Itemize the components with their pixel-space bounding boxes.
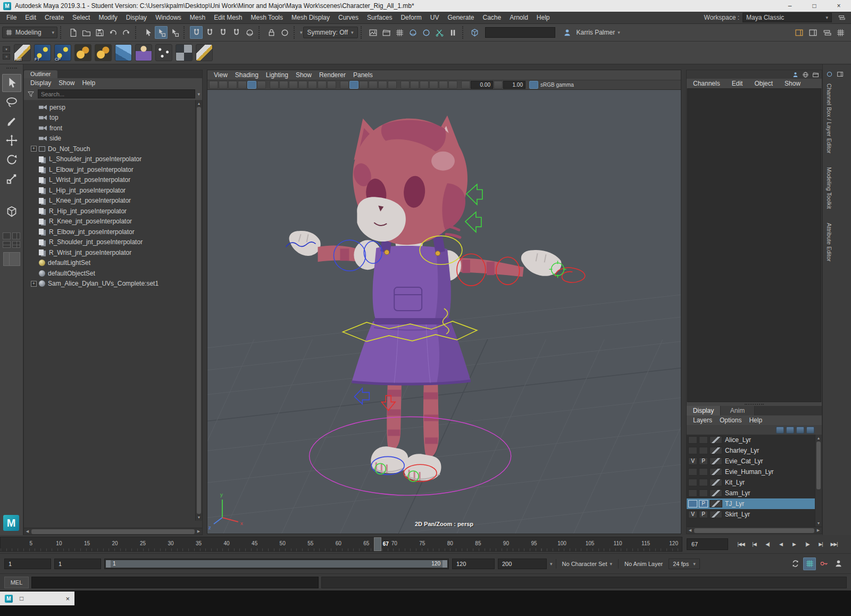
color-management-toggle-icon[interactable] (529, 81, 538, 89)
workspace-options-icon[interactable] (835, 11, 848, 24)
open-scene-button[interactable] (80, 26, 93, 39)
layer-visibility-toggle[interactable] (688, 479, 697, 486)
layer-playback-toggle[interactable]: P (699, 511, 708, 518)
shelf-item[interactable] (154, 43, 173, 62)
time-slider-strip[interactable]: 5101520253035404550556065707580859095100… (0, 537, 682, 552)
viewport-toolbar-icon[interactable] (228, 81, 237, 89)
outliner-row[interactable]: L_Knee_jnt_poseInterpolator (24, 196, 195, 206)
layer-color-swatch[interactable] (710, 479, 722, 486)
tab-display[interactable]: Display (687, 406, 721, 415)
symmetry-selector[interactable]: Symmetry: Off ▾ (303, 27, 358, 38)
outliner-row[interactable]: R_Shoulder_jnt_poseInterpolator (24, 237, 195, 248)
viewport-toolbar-icon[interactable] (318, 81, 327, 89)
channel-box-empty-area[interactable] (687, 88, 821, 402)
layer-visibility-toggle[interactable] (688, 447, 697, 454)
layer-row[interactable]: V P Evie_Cat_Lyr (687, 456, 815, 467)
menu-item[interactable]: Edit (21, 12, 40, 23)
outliner-menu-item[interactable]: Display (27, 78, 55, 88)
render-settings-icon[interactable] (407, 26, 420, 39)
gamma-icon[interactable] (494, 81, 503, 89)
outliner-row[interactable]: L_Wrist_jnt_poseInterpolator (24, 175, 195, 186)
select-tool[interactable] (2, 74, 21, 92)
playback-button[interactable]: |◀ (748, 538, 761, 551)
gamma-field[interactable]: 1.00 (503, 81, 525, 89)
character-head[interactable] (351, 115, 468, 245)
layer-horizontal-scrollbar[interactable]: ◀ ▶ (687, 527, 822, 534)
chevron-down-icon[interactable]: ▾ (550, 561, 553, 567)
make-live-icon[interactable] (243, 26, 256, 39)
viewport-toolbar-icon[interactable] (369, 81, 378, 89)
viewport-toolbar-icon[interactable] (247, 81, 256, 89)
sidebar-icon-panel[interactable] (836, 70, 844, 78)
paint-select-tool[interactable] (2, 112, 21, 130)
playback-button[interactable]: |▶ (801, 538, 814, 551)
undo-button[interactable] (106, 26, 119, 39)
menu-item[interactable]: Select (68, 12, 94, 23)
outliner-row[interactable]: top (24, 113, 195, 123)
side-tab[interactable]: Modeling Toolkit (826, 167, 832, 209)
scrollbar-thumb[interactable] (197, 107, 201, 514)
sidebar-icon-top[interactable] (825, 70, 833, 78)
filter-icon[interactable] (26, 89, 36, 98)
playback-range-slider[interactable]: 1 120 (104, 559, 449, 569)
viewport-menu-item[interactable]: Shading (231, 70, 262, 80)
viewport-toolbar-icon[interactable] (209, 81, 218, 89)
shelf-item[interactable] (94, 43, 113, 62)
render-sequence-icon[interactable] (433, 26, 446, 39)
background-window-titlebar[interactable]: M □ × (0, 592, 74, 605)
animation-end-field[interactable]: 200 (498, 559, 547, 569)
globe-icon[interactable] (802, 71, 810, 79)
panel-splitter[interactable] (687, 402, 822, 406)
shelf-item[interactable] (73, 43, 93, 62)
layer-row[interactable]: Charley_Lyr (687, 445, 815, 456)
workspace-selector[interactable]: Maya Classic ▾ (742, 13, 832, 22)
outliner-row[interactable]: L_Elbow_jnt_poseInterpolator (24, 164, 195, 175)
viewport-canvas[interactable]: y x z 2D Pan/Zoom : persp (207, 90, 681, 534)
outliner-menu-item[interactable]: Show (55, 78, 78, 88)
expander[interactable]: + (31, 281, 37, 287)
outliner-row[interactable]: L_Shoulder_jnt_poseInterpolator (24, 154, 195, 165)
toolbar-separator[interactable] (183, 26, 187, 39)
scale-tool[interactable] (2, 170, 21, 188)
channel-box-menu-item[interactable]: Show (781, 79, 804, 88)
shelf-item[interactable]: FT (33, 43, 52, 62)
playback-button[interactable]: ▶▶| (828, 538, 840, 551)
window-title-bar[interactable]: M Autodesk Maya 2019.3.1 - Student Versi… (0, 0, 851, 12)
snap-to-point-icon[interactable] (216, 26, 229, 39)
layer-playback-toggle[interactable] (699, 479, 708, 486)
viewport-toolbar-icon[interactable] (439, 81, 448, 89)
outliner-menu-item[interactable]: Help (78, 78, 99, 88)
viewport-toolbar-icon[interactable] (238, 81, 247, 89)
current-frame-field[interactable]: 67 (687, 538, 728, 550)
bookmark-range-icon[interactable] (803, 557, 816, 570)
viewport-toolbar-icon[interactable] (219, 81, 228, 89)
outliner-row[interactable]: defaultLightSet (24, 258, 195, 269)
render-current-frame-icon[interactable] (380, 26, 393, 39)
person-icon[interactable] (791, 71, 799, 79)
layer-visibility-toggle[interactable] (688, 500, 697, 507)
playback-button[interactable]: ◀ (774, 538, 787, 551)
layer-vertical-scrollbar[interactable]: ▲ ▼ (815, 435, 822, 527)
menu-item[interactable]: Edit Mesh (210, 12, 246, 23)
layer-color-swatch[interactable] (710, 489, 722, 497)
snap-to-curve-icon[interactable] (203, 26, 216, 39)
viewport-toolbar-icon[interactable] (270, 81, 279, 89)
outliner-tab[interactable]: Outliner (24, 70, 57, 78)
layer-row[interactable]: Sam_Lyr (687, 488, 815, 498)
side-tab[interactable]: Attribute Editor (826, 223, 832, 262)
layer-playback-toggle[interactable] (699, 447, 708, 454)
range-bar[interactable] (106, 560, 447, 568)
channel-box-menu-item[interactable]: Edit (728, 79, 747, 88)
layer-row[interactable]: V P Skirt_Lyr (687, 509, 815, 520)
layer-visibility-toggle[interactable] (688, 489, 697, 497)
viewport-toolbar-icon[interactable] (448, 81, 457, 89)
snap-to-grid-icon[interactable] (190, 26, 203, 39)
menu-item[interactable]: Modify (94, 12, 121, 23)
create-layer-from-selected-icon[interactable] (806, 427, 814, 434)
viewport-menu-item[interactable]: View (210, 70, 231, 80)
menu-item[interactable]: Help (532, 12, 554, 23)
viewport-toolbar-icon[interactable] (410, 81, 419, 89)
color-management-label[interactable]: sRGB gamma (540, 82, 574, 88)
menu-item[interactable]: Mesh (186, 12, 210, 23)
outliner-row[interactable]: R_Knee_jnt_poseInterpolator (24, 217, 195, 227)
